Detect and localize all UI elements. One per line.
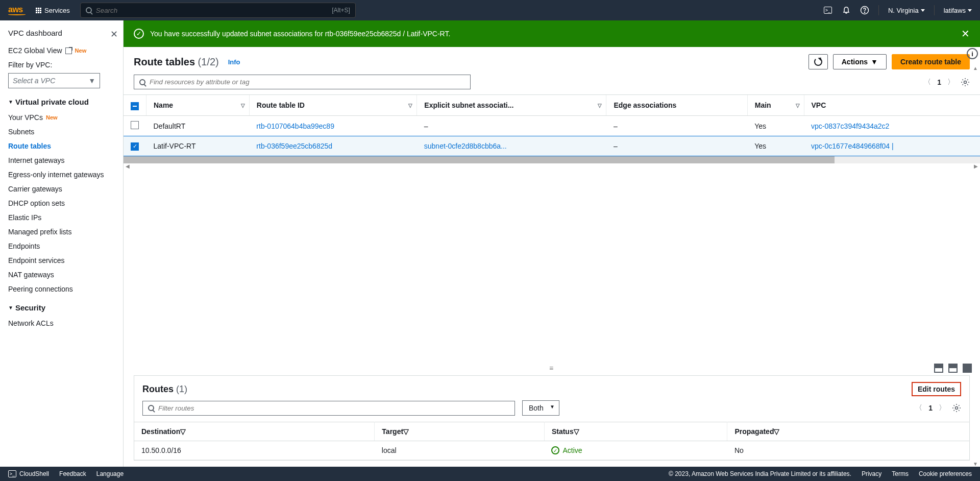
actions-button[interactable]: Actions▼ (833, 54, 887, 69)
table-row[interactable]: DefaultRT rtb-0107064b4ba99ec89 – – Yes … (124, 116, 980, 136)
next-page-icon[interactable]: 〉 (939, 403, 946, 413)
sidebar-item-endpoints[interactable]: Endpoints (8, 239, 123, 253)
search-icon (139, 79, 145, 85)
close-icon[interactable]: ✕ (110, 29, 118, 40)
cloudshell-icon[interactable]: >_ (823, 6, 832, 15)
search-icon (86, 7, 92, 13)
vpc-section-header[interactable]: Virtual private cloud (8, 98, 123, 106)
filter-resources-input[interactable] (134, 75, 471, 89)
sidebar-item-nat-gateways[interactable]: NAT gateways (8, 268, 123, 282)
row-checkbox[interactable] (131, 121, 139, 129)
vpc-link[interactable]: vpc-0c1677e4849668f04 | (811, 142, 894, 150)
sidebar-item-endpoint-services[interactable]: Endpoint services (8, 253, 123, 268)
col-propagated[interactable]: Propagated▽ (727, 422, 969, 441)
select-vpc-dropdown[interactable]: Select a VPC▼ (8, 73, 100, 88)
select-all-checkbox[interactable] (131, 102, 139, 110)
search-input[interactable] (96, 7, 328, 14)
banner-close-icon[interactable]: ✕ (961, 28, 970, 40)
check-icon: ✓ (551, 446, 559, 454)
terms-link[interactable]: Terms (892, 470, 909, 477)
svg-point-2 (964, 81, 967, 83)
footer: >_CloudShell Feedback Language © 2023, A… (0, 467, 980, 481)
edit-routes-button[interactable]: Edit routes (912, 382, 961, 396)
security-section-header[interactable]: Security (8, 303, 123, 312)
success-banner: ✓ You have successfully updated subnet a… (124, 20, 980, 47)
sidebar-item-managed-prefix-lists[interactable]: Managed prefix lists (8, 225, 123, 239)
sidebar-item-elastic-ips[interactable]: Elastic IPs (8, 210, 123, 225)
cloudshell-icon: >_ (8, 470, 16, 477)
page-number: 1 (928, 404, 933, 412)
settings-gear-icon[interactable] (952, 403, 961, 413)
layout-top-icon[interactable] (948, 364, 958, 373)
sidebar-item-subnets[interactable]: Subnets (8, 125, 123, 139)
sidebar-item-route-tables[interactable]: Route tables (8, 139, 123, 153)
prev-page-icon[interactable]: 〈 (924, 78, 931, 87)
ec2-global-view-link[interactable]: EC2 Global View New (8, 43, 123, 58)
sidebar-item-network-acls[interactable]: Network ACLs (8, 316, 123, 330)
top-nav: aws Services [Alt+S] >_ N. Virginia lati… (0, 0, 980, 20)
col-destination[interactable]: Destination▽ (134, 422, 375, 441)
refresh-button[interactable] (808, 54, 828, 69)
refresh-icon (814, 58, 822, 66)
route-tables-table: Name▽ Route table ID▽ Explicit subnet as… (124, 95, 980, 156)
language-link[interactable]: Language (96, 470, 124, 477)
sidebar-item-dhcp[interactable]: DHCP option sets (8, 196, 123, 210)
subnet-link[interactable]: subnet-0cfe2d8b8cbb6a... (424, 142, 507, 150)
next-page-icon[interactable]: 〉 (947, 78, 954, 87)
feedback-link[interactable]: Feedback (59, 470, 86, 477)
route-table-id-link[interactable]: rtb-036f59ee25cb6825d (256, 142, 332, 150)
vpc-dashboard-link[interactable]: VPC dashboard (8, 29, 123, 37)
banner-message: You have successfully updated subnet ass… (150, 30, 450, 38)
routes-table: Destination▽ Target▽ Status▽ Propagated▽… (134, 422, 969, 460)
col-route-table-id[interactable]: Route table ID▽ (249, 95, 416, 116)
help-icon[interactable] (860, 6, 869, 15)
copyright-text: © 2023, Amazon Web Services India Privat… (669, 470, 851, 477)
search-icon (148, 405, 154, 411)
routes-scope-select[interactable]: Both (522, 400, 559, 416)
page-title: Route tables (1/2) (134, 56, 219, 68)
horizontal-scrollbar[interactable] (124, 156, 980, 163)
sidebar-item-egress-only-igw[interactable]: Egress-only internet gateways (8, 167, 123, 182)
status-active: ✓Active (551, 446, 720, 454)
table-row[interactable]: ✓ Latif-VPC-RT rtb-036f59ee25cb6825d sub… (124, 136, 980, 156)
svg-point-1 (864, 12, 865, 12)
external-link-icon (65, 47, 72, 54)
privacy-link[interactable]: Privacy (862, 470, 881, 477)
route-table-id-link[interactable]: rtb-0107064b4ba99ec89 (256, 122, 334, 130)
layout-bottom-icon[interactable] (934, 364, 943, 373)
vertical-scrollbar[interactable]: ▲▼ (971, 65, 980, 467)
settings-gear-icon[interactable] (961, 78, 970, 87)
region-selector[interactable]: N. Virginia (888, 7, 925, 14)
bell-icon[interactable] (842, 6, 851, 15)
filter-routes-input[interactable] (142, 401, 515, 416)
aws-logo[interactable]: aws (8, 5, 26, 15)
col-status[interactable]: Status▽ (544, 422, 727, 441)
create-route-table-button[interactable]: Create route table (892, 54, 970, 69)
row-checkbox[interactable]: ✓ (131, 142, 139, 151)
col-subnet-assoc[interactable]: Explicit subnet associati...▽ (417, 95, 606, 116)
vpc-link[interactable]: vpc-0837c394f9434a2c2 (811, 122, 889, 130)
col-edge-assoc[interactable]: Edge associations (606, 95, 747, 116)
prev-page-icon[interactable]: 〈 (915, 403, 922, 413)
info-panel-toggle-icon[interactable]: i (967, 48, 978, 59)
col-main[interactable]: Main▽ (747, 95, 804, 116)
col-name[interactable]: Name▽ (146, 95, 250, 116)
sidebar: ✕ VPC dashboard EC2 Global View New Filt… (0, 20, 124, 467)
col-vpc[interactable]: VPC (804, 95, 980, 116)
services-menu[interactable]: Services (32, 5, 74, 16)
col-target[interactable]: Target▽ (375, 422, 545, 441)
info-link[interactable]: Info (228, 58, 240, 66)
sidebar-item-carrier-gateways[interactable]: Carrier gateways (8, 182, 123, 196)
user-menu[interactable]: latifaws (944, 7, 972, 14)
sidebar-item-internet-gateways[interactable]: Internet gateways (8, 153, 123, 167)
cloudshell-button[interactable]: >_CloudShell (8, 470, 49, 477)
split-handle[interactable] (124, 363, 980, 373)
global-search[interactable]: [Alt+S] (80, 3, 356, 18)
routes-title: Routes (1) (142, 384, 187, 395)
page-number: 1 (937, 78, 941, 86)
routes-detail-panel: Routes (1) Edit routes Both 〈 1 〉 (134, 375, 970, 461)
search-kbd-hint: [Alt+S] (332, 7, 350, 14)
sidebar-item-peering[interactable]: Peering connections (8, 282, 123, 296)
sidebar-item-your-vpcs[interactable]: Your VPCs New (8, 110, 123, 125)
cookie-preferences-link[interactable]: Cookie preferences (919, 470, 972, 477)
